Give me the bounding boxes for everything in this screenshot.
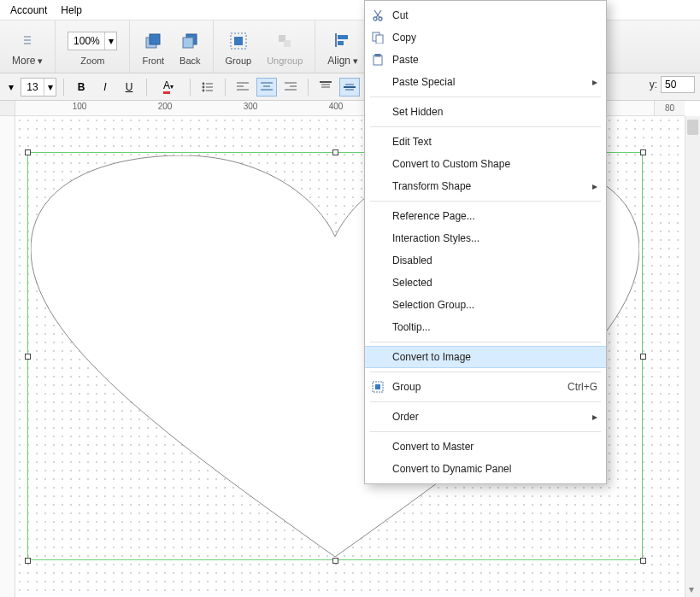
ctx-divider <box>370 201 601 202</box>
cut-icon <box>370 8 385 23</box>
align-label[interactable]: Align ▾ <box>327 55 358 67</box>
scroll-arrow-icon[interactable]: ▾ <box>689 583 694 595</box>
resize-handle-sw[interactable] <box>25 558 31 564</box>
back-label: Back <box>179 56 200 66</box>
vertical-scrollbar[interactable]: ▾ <box>685 116 700 597</box>
more-label[interactable]: More ▾ <box>12 55 43 67</box>
tool-group-more: More ▾ <box>0 20 56 73</box>
paste-icon <box>370 52 385 67</box>
ruler-corner <box>0 101 15 116</box>
front-button[interactable] <box>144 28 162 54</box>
ctx-paste-special[interactable]: Paste Special ▸ <box>365 71 606 93</box>
ruler-tick-label: 200 <box>158 102 173 111</box>
menu-help[interactable]: Help <box>54 4 89 16</box>
resize-handle-n[interactable] <box>332 149 338 155</box>
resize-handle-w[interactable] <box>25 354 31 360</box>
y-input[interactable] <box>661 76 695 93</box>
resize-handle-se[interactable] <box>640 558 646 564</box>
submenu-arrow-icon: ▸ <box>592 411 597 423</box>
ctx-disabled[interactable]: Disabled <box>365 249 606 272</box>
ctx-selected-label: Selected <box>392 277 432 289</box>
ctx-convert-to-master[interactable]: Convert to Master <box>365 436 606 458</box>
back-button[interactable] <box>181 28 198 54</box>
valign-middle-button[interactable] <box>339 78 360 97</box>
zoom-input[interactable] <box>68 32 104 50</box>
zoom-dropdown[interactable]: ▾ <box>104 32 116 50</box>
resize-handle-ne[interactable] <box>640 149 646 155</box>
ctx-convert-master-label: Convert to Master <box>392 441 474 453</box>
valign-top-button[interactable] <box>315 78 336 97</box>
scroll-thumb[interactable] <box>687 120 698 135</box>
group-button[interactable] <box>230 28 247 54</box>
ctx-tooltip-label: Tooltip... <box>392 321 431 333</box>
ctx-convert-custom-label: Convert to Custom Shape <box>392 158 510 170</box>
ctx-convert-image-label: Convert to Image <box>392 351 471 363</box>
ctx-divider <box>370 126 601 127</box>
svg-rect-4 <box>150 34 160 44</box>
ctx-cut-label: Cut <box>392 9 409 21</box>
svg-rect-46 <box>375 54 380 56</box>
ctx-group-shortcut: Ctrl+G <box>568 381 597 393</box>
ctx-paste-label: Paste <box>392 54 419 66</box>
font-size-dropdown[interactable]: ▾ <box>44 79 56 96</box>
ctx-copy[interactable]: Copy <box>365 26 606 49</box>
align-right-button[interactable] <box>280 78 301 97</box>
svg-rect-10 <box>284 40 291 47</box>
tool-group-group: Group Ungroup <box>214 20 316 73</box>
bullet-list-button[interactable] <box>197 78 218 97</box>
more-icon[interactable] <box>22 27 32 53</box>
ctx-transform-label: Transform Shape <box>392 180 471 192</box>
svg-point-16 <box>203 85 205 88</box>
ctx-selection-group[interactable]: Selection Group... <box>365 294 606 316</box>
ctx-convert-custom-shape[interactable]: Convert to Custom Shape <box>365 153 606 175</box>
ctx-transform-shape[interactable]: Transform Shape ▸ <box>365 175 606 197</box>
bold-button[interactable]: B <box>71 78 91 97</box>
ctx-paste[interactable]: Paste <box>365 49 606 71</box>
svg-rect-12 <box>338 35 348 39</box>
ctx-convert-to-dynamic-panel[interactable]: Convert to Dynamic Panel <box>365 458 606 480</box>
ctx-selected[interactable]: Selected <box>365 272 606 294</box>
ctx-divider <box>370 372 601 372</box>
ctx-order-label: Order <box>392 411 419 423</box>
svg-rect-44 <box>376 35 383 44</box>
submenu-arrow-icon: ▸ <box>592 180 597 192</box>
submenu-arrow-icon: ▸ <box>592 76 597 88</box>
font-size-input[interactable] <box>21 79 44 96</box>
resize-handle-nw[interactable] <box>25 149 31 155</box>
italic-button[interactable]: I <box>95 78 115 97</box>
align-left-button[interactable] <box>232 78 253 97</box>
ctx-ref-page-label: Reference Page... <box>392 210 475 222</box>
tool-group-order: Front Back <box>130 20 213 73</box>
ctx-group[interactable]: Group Ctrl+G <box>365 376 606 398</box>
svg-rect-13 <box>338 41 344 45</box>
resize-handle-e[interactable] <box>640 354 646 360</box>
align-center-button[interactable] <box>256 78 277 97</box>
zoom-label: Zoom <box>80 56 104 66</box>
svg-point-14 <box>203 82 205 85</box>
ctx-convert-to-image[interactable]: Convert to Image <box>365 346 606 368</box>
underline-button[interactable]: U <box>119 78 139 97</box>
svg-rect-6 <box>183 38 193 48</box>
font-dropdown-arrow[interactable]: ▾ <box>5 81 17 93</box>
font-color-button[interactable]: A ▾ <box>154 78 183 97</box>
y-label: y: <box>650 79 657 91</box>
ctx-interaction-styles[interactable]: Interaction Styles... <box>365 227 606 249</box>
ctx-tooltip[interactable]: Tooltip... <box>365 316 606 338</box>
ctx-edit-text[interactable]: Edit Text <box>365 131 606 153</box>
resize-handle-s[interactable] <box>332 558 338 564</box>
ctx-set-hidden[interactable]: Set Hidden <box>365 101 606 123</box>
zoom-input-box[interactable]: ▾ <box>68 32 117 50</box>
ctx-paste-special-label: Paste Special <box>392 76 455 88</box>
ctx-cut[interactable]: Cut <box>365 4 606 26</box>
ruler-vertical <box>0 116 15 597</box>
ctx-order[interactable]: Order ▸ <box>365 406 606 428</box>
font-size-box[interactable]: ▾ <box>21 78 56 97</box>
menu-account[interactable]: Account <box>3 4 54 16</box>
ctx-convert-dynamic-label: Convert to Dynamic Panel <box>392 463 511 475</box>
svg-rect-8 <box>234 37 243 45</box>
align-button[interactable] <box>334 27 351 53</box>
ctx-selection-group-label: Selection Group... <box>392 299 474 311</box>
svg-rect-45 <box>374 56 382 65</box>
ctx-reference-page[interactable]: Reference Page... <box>365 205 606 227</box>
ungroup-label: Ungroup <box>267 56 303 66</box>
